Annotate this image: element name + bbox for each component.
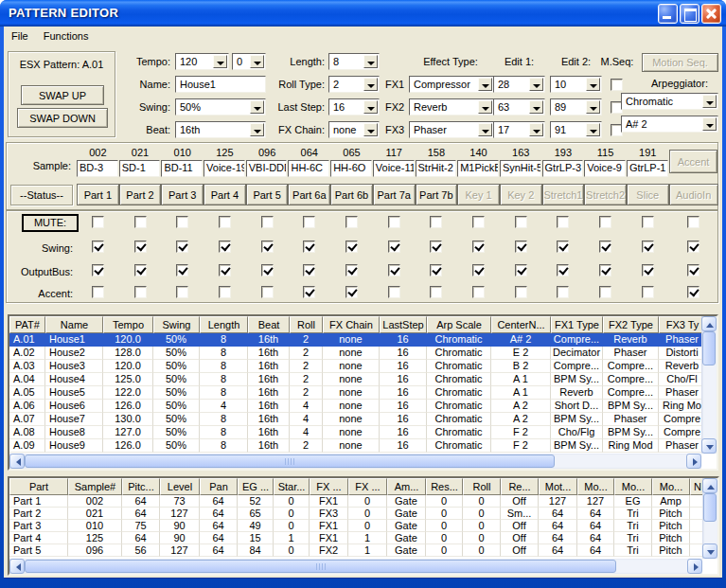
swing-checkbox[interactable] xyxy=(472,241,485,253)
pattern-table-vscrollbar[interactable] xyxy=(701,316,717,454)
column-header-centern[interactable]: CenterN... xyxy=(491,316,551,333)
column-header-name[interactable]: Name xyxy=(45,316,103,333)
dropdown-arrow-icon[interactable] xyxy=(529,100,543,114)
accent-checkbox[interactable] xyxy=(261,286,274,298)
column-header-mo[interactable]: Mo... xyxy=(577,478,614,495)
fx1-mseq-checkbox[interactable] xyxy=(611,79,623,91)
pattern-row[interactable]: A.06House6126.050%416th4none16ChromaticA… xyxy=(9,400,706,413)
accent-checkbox[interactable] xyxy=(176,286,188,298)
output_bus-checkbox[interactable] xyxy=(345,264,358,276)
swap-up-button[interactable]: SWAP UP xyxy=(21,85,104,105)
output_bus-checkbox[interactable] xyxy=(176,264,188,276)
part-button-part-1[interactable]: Part 1 xyxy=(77,184,119,205)
sample-name-box[interactable]: HH-6O xyxy=(330,160,372,177)
part-row[interactable]: Part 20216412764650FX30Gate00Sm...6464Tr… xyxy=(9,508,705,520)
output_bus-checkbox[interactable] xyxy=(472,264,485,276)
tempo-frac-combo[interactable]: 0 xyxy=(232,53,266,70)
vscroll-thumb[interactable] xyxy=(702,331,716,365)
output_bus-checkbox[interactable] xyxy=(515,264,527,276)
sample-name-box[interactable]: M1PickBs xyxy=(457,160,499,177)
mute-checkbox[interactable] xyxy=(303,216,315,228)
swing-checkbox[interactable] xyxy=(345,241,358,253)
fx2-edit1-combo[interactable]: 63 xyxy=(493,98,545,116)
column-header-fx1type[interactable]: FX1 Type xyxy=(551,316,603,333)
scroll-up-button[interactable] xyxy=(702,478,717,493)
pattern-row[interactable]: A.04House4125.050%816th2none16ChromaticA… xyxy=(9,373,706,386)
output_bus-checkbox[interactable] xyxy=(430,264,442,276)
swing-checkbox[interactable] xyxy=(515,241,527,253)
pattern-row[interactable]: A.07House7130.050%816th4none16ChromaticA… xyxy=(9,413,706,426)
beat-combo[interactable]: 16th xyxy=(175,121,266,138)
sample-name-box[interactable]: BD-11 xyxy=(161,160,203,177)
sample-name-box[interactable]: Voice-11 xyxy=(373,160,415,177)
output_bus-checkbox[interactable] xyxy=(92,264,104,276)
dropdown-arrow-icon[interactable] xyxy=(213,55,227,68)
pattern-row[interactable]: A.09House9126.050%816th2none16ChromaticF… xyxy=(9,439,706,453)
dropdown-arrow-icon[interactable] xyxy=(478,100,492,114)
scroll-down-button[interactable] xyxy=(702,543,717,559)
column-header-star[interactable]: Star... xyxy=(274,478,310,495)
pattern-row[interactable]: A.02House2128.050%816th2none16ChromaticE… xyxy=(9,347,706,360)
mute-checkbox[interactable] xyxy=(219,216,231,228)
dropdown-arrow-icon[interactable] xyxy=(529,78,543,91)
pattern-row[interactable]: A.08House8127.050%816th4none16ChromaticF… xyxy=(9,426,706,439)
accent-checkbox[interactable] xyxy=(599,286,611,298)
sample-name-box[interactable]: SynHit-5 xyxy=(500,160,541,177)
dropdown-arrow-icon[interactable] xyxy=(250,100,264,114)
sample-name-box[interactable]: StrHit-2 xyxy=(416,160,457,177)
sample-name-box[interactable]: GtrLP-1 xyxy=(627,160,668,177)
fx1-type-combo[interactable]: Compressor xyxy=(409,76,494,93)
length-combo[interactable]: 8 xyxy=(328,53,380,70)
menu-item-file[interactable]: File xyxy=(4,27,36,44)
column-header-pan[interactable]: Pan xyxy=(200,478,238,495)
column-header-swing[interactable]: Swing xyxy=(153,316,200,333)
accent-checkbox[interactable] xyxy=(219,286,231,298)
column-header-mo[interactable]: Mo... xyxy=(652,478,690,495)
part-row[interactable]: Part 50965612764840FX21Gate00Off6464TriP… xyxy=(9,544,705,557)
mute-checkbox[interactable] xyxy=(176,216,188,228)
output_bus-checkbox[interactable] xyxy=(303,264,315,276)
sample-name-box[interactable]: VBI-DDD xyxy=(246,160,288,177)
part-button-part-2[interactable]: Part 2 xyxy=(119,184,162,205)
scroll-down-button[interactable] xyxy=(701,438,717,454)
column-header-am[interactable]: Am... xyxy=(387,478,426,495)
accent-checkbox[interactable] xyxy=(134,286,147,298)
pattern-row[interactable]: A.05House5122.050%816th2none16ChromaticA… xyxy=(9,386,706,400)
dropdown-arrow-icon[interactable] xyxy=(363,100,378,114)
pattern-row[interactable]: A.03House3120.050%816th2none16ChromaticB… xyxy=(9,360,706,373)
vscroll-thumb[interactable] xyxy=(703,493,717,522)
part-button-part-5[interactable]: Part 5 xyxy=(246,184,289,205)
dropdown-arrow-icon[interactable] xyxy=(702,117,717,131)
column-header-res[interactable]: Res... xyxy=(426,478,463,495)
part-button-part-3[interactable]: Part 3 xyxy=(161,184,204,205)
column-header-roll[interactable]: Roll xyxy=(290,316,323,333)
output_bus-checkbox[interactable] xyxy=(261,264,274,276)
column-header-pat[interactable]: PAT# xyxy=(9,316,45,333)
fx3-type-combo[interactable]: Phaser xyxy=(409,121,494,138)
mute-checkbox[interactable] xyxy=(388,216,400,228)
column-header-pitc[interactable]: Pitc... xyxy=(122,478,160,495)
fx3-edit2-combo[interactable]: 91 xyxy=(550,121,602,138)
swing-checkbox[interactable] xyxy=(303,241,315,253)
last-step-combo[interactable]: 16 xyxy=(328,98,380,116)
sample-name-box[interactable]: SD-1 xyxy=(119,160,161,177)
accent-checkbox[interactable] xyxy=(303,286,315,298)
part-button-part-7a[interactable]: Part 7a xyxy=(373,184,416,205)
part-button-part-4[interactable]: Part 4 xyxy=(204,184,246,205)
sample-name-box[interactable]: Voice-9 xyxy=(584,160,626,177)
arp-scale-combo[interactable]: Chromatic xyxy=(621,93,718,110)
scroll-right-button[interactable] xyxy=(686,454,701,469)
swing-checkbox[interactable] xyxy=(176,241,188,253)
accent-checkbox[interactable] xyxy=(472,286,485,298)
accent-checkbox[interactable] xyxy=(557,286,569,298)
output_bus-checkbox[interactable] xyxy=(388,264,400,276)
column-header-fx2type[interactable]: FX2 Type xyxy=(603,316,659,333)
pattern-row[interactable]: A.01House1120.050%816th2none16ChromaticA… xyxy=(9,333,706,347)
swing-checkbox[interactable] xyxy=(687,241,699,253)
column-header-re[interactable]: Re... xyxy=(501,478,539,495)
swing-checkbox[interactable] xyxy=(261,241,274,253)
column-header-fx3ty[interactable]: FX3 Ty xyxy=(659,316,706,333)
sample-name-box[interactable]: BD-3 xyxy=(77,160,118,177)
column-header-sample[interactable]: Sample# xyxy=(68,478,122,495)
hscroll-thumb[interactable] xyxy=(25,454,555,468)
